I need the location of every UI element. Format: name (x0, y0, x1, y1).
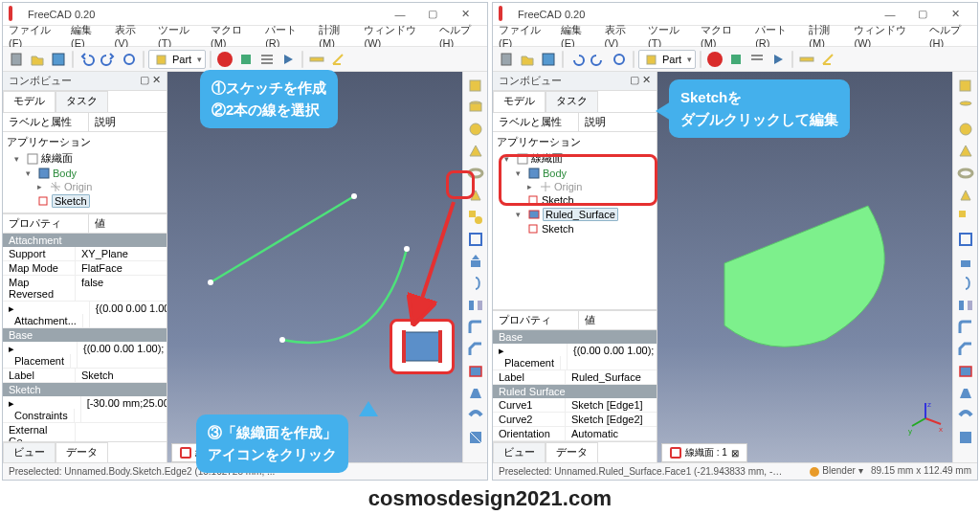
panel-close-icon[interactable]: ▢ ✕ (140, 74, 161, 88)
menu-file[interactable]: ファイル(F) (9, 23, 59, 49)
part-fillet-icon[interactable] (956, 318, 975, 337)
table-row[interactable]: ▸ Placement{(0.00 0.00 1.00); ... (493, 344, 657, 370)
menu-tools[interactable]: ツール(T) (648, 23, 689, 49)
macro-record-icon[interactable] (705, 50, 724, 69)
part-ruled-surface-icon[interactable] (466, 362, 485, 381)
tab-task[interactable]: タスク (546, 91, 598, 112)
part-cube-icon[interactable] (466, 76, 485, 95)
part-fillet-icon[interactable] (466, 318, 485, 337)
macro-stop-icon[interactable] (236, 50, 256, 69)
new-icon[interactable] (497, 50, 516, 69)
part-loft-icon[interactable] (956, 384, 975, 403)
measure-linear-icon[interactable] (307, 50, 326, 69)
tree-app-node[interactable]: アプリケーション (3, 134, 167, 150)
part-cone-icon[interactable] (466, 142, 485, 161)
table-row[interactable]: SupportXY_Plane (3, 247, 167, 261)
refresh-icon[interactable] (610, 50, 629, 69)
redo-icon[interactable] (589, 50, 608, 69)
tab-model[interactable]: モデル (493, 91, 546, 112)
part-extrude-icon[interactable] (466, 252, 485, 271)
part-loft-icon[interactable] (466, 384, 485, 403)
open-icon[interactable] (518, 50, 537, 69)
tree-doc-node[interactable]: ▾線織面 (3, 150, 167, 167)
menu-part[interactable]: パート(R) (755, 23, 797, 49)
save-icon[interactable] (49, 50, 68, 69)
document-tab[interactable]: 線織面 : 1 ⊠ (661, 443, 747, 462)
measure-angle-icon[interactable] (328, 50, 347, 69)
tab-task[interactable]: タスク (56, 91, 108, 112)
part-builder-icon[interactable] (466, 230, 485, 249)
menu-macro[interactable]: マクロ(M) (701, 23, 744, 49)
macro-list-icon[interactable] (747, 50, 767, 69)
nav-style-label[interactable]: Blender (822, 465, 855, 476)
macro-record-icon[interactable] (215, 50, 234, 69)
tab-data[interactable]: データ (546, 442, 598, 462)
part-sweep-icon[interactable] (466, 406, 485, 425)
menu-help[interactable]: ヘルプ(H) (439, 23, 481, 49)
part-revolve-icon[interactable] (466, 274, 485, 293)
workbench-selector[interactable]: Part (148, 50, 206, 69)
part-sphere-icon[interactable] (956, 120, 975, 139)
table-row[interactable]: External Ge... (3, 423, 167, 441)
tree-ruled-surface-node[interactable]: ▾Ruled_Surface (493, 207, 657, 222)
menu-file[interactable]: ファイル(F) (499, 23, 549, 49)
part-sweep-icon[interactable] (956, 406, 975, 425)
macro-play-icon[interactable] (278, 50, 298, 69)
part-cylinder-icon[interactable] (466, 98, 485, 117)
close-button[interactable]: ✕ (939, 4, 971, 25)
part-extrude-icon[interactable] (956, 252, 975, 271)
menu-part[interactable]: パート(R) (265, 23, 307, 49)
menu-view[interactable]: 表示(V) (115, 23, 147, 49)
menu-window[interactable]: ウィンドウ(W) (364, 23, 427, 49)
menu-measure[interactable]: 計測(M) (319, 23, 352, 49)
table-row[interactable]: LabelRuled_Surface (493, 370, 657, 385)
table-row[interactable]: LabelSketch (3, 369, 167, 383)
refresh-icon[interactable] (120, 50, 139, 69)
macro-list-icon[interactable] (257, 50, 277, 69)
part-section-icon[interactable] (956, 428, 975, 447)
minimize-button[interactable]: — (384, 4, 416, 25)
tab-model[interactable]: モデル (3, 91, 56, 112)
table-row[interactable]: Curve1Sketch [Edge1] (493, 398, 657, 413)
menu-macro[interactable]: マクロ(M) (211, 23, 254, 49)
tab-view[interactable]: ビュー (3, 442, 56, 462)
measure-angle-icon[interactable] (818, 50, 837, 69)
part-prism-icon[interactable] (956, 186, 975, 205)
table-row[interactable]: OrientationAutomatic (493, 427, 657, 441)
new-icon[interactable] (7, 50, 26, 69)
part-cylinder-icon[interactable] (956, 98, 975, 117)
part-chamfer-icon[interactable] (466, 340, 485, 359)
table-row[interactable]: ▸ Attachment...{(0.00 0.00 1.00); ... (3, 302, 167, 328)
part-section-icon[interactable] (466, 428, 485, 447)
part-primitives-icon[interactable] (466, 208, 485, 227)
table-row[interactable]: ▸ Placement{(0.00 0.00 1.00); ... (3, 342, 167, 369)
maximize-button[interactable]: ▢ (906, 4, 939, 25)
menu-window[interactable]: ウィンドウ(W) (854, 23, 917, 49)
menu-view[interactable]: 表示(V) (605, 23, 637, 49)
save-icon[interactable] (539, 50, 558, 69)
tree-body-node[interactable]: ▾Body (3, 167, 167, 180)
tab-data[interactable]: データ (56, 442, 108, 462)
table-row[interactable]: ▸ Constraints[-30.00 mm;25.00... (3, 396, 167, 423)
undo-icon[interactable] (568, 50, 587, 69)
menu-edit[interactable]: 編集(E) (71, 23, 103, 49)
part-primitives-icon[interactable] (956, 208, 975, 227)
part-revolve-icon[interactable] (956, 274, 975, 293)
menu-tools[interactable]: ツール(T) (158, 23, 199, 49)
tree-origin-node[interactable]: ▸Origin (3, 180, 167, 193)
redo-icon[interactable] (99, 50, 118, 69)
menu-measure[interactable]: 計測(M) (809, 23, 842, 49)
tree-sketch-node[interactable]: Sketch (493, 222, 657, 235)
maximize-button[interactable]: ▢ (416, 4, 449, 25)
measure-linear-icon[interactable] (797, 50, 816, 69)
undo-icon[interactable] (78, 50, 97, 69)
tree-sketch-node[interactable]: Sketch (3, 193, 167, 209)
part-sphere-icon[interactable] (466, 120, 485, 139)
table-row[interactable]: Map Reversedfalse (3, 276, 167, 302)
workbench-selector[interactable]: Part (638, 50, 696, 69)
menu-edit[interactable]: 編集(E) (561, 23, 593, 49)
open-icon[interactable] (28, 50, 47, 69)
part-mirror-icon[interactable] (466, 296, 485, 315)
tab-close-icon[interactable]: ⊠ (731, 448, 739, 459)
tab-view[interactable]: ビュー (493, 442, 546, 462)
